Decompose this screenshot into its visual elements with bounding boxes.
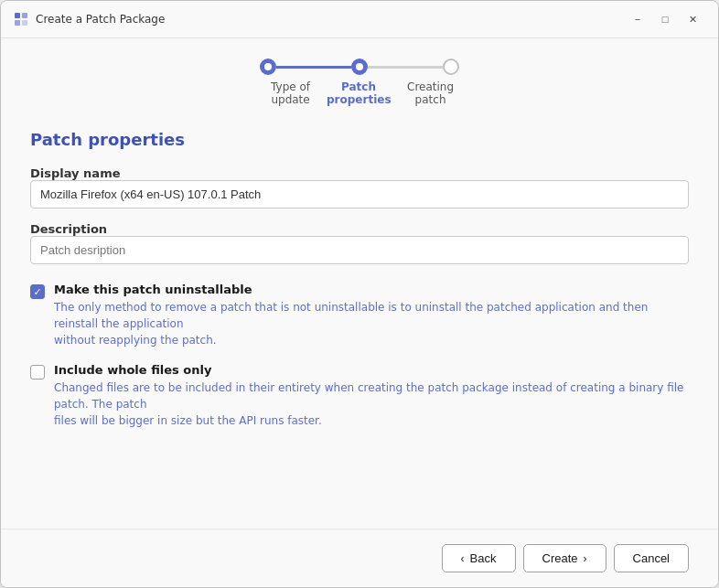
checkbox-include-whole-files: Include whole files only Changed files a…: [30, 363, 689, 429]
svg-rect-0: [15, 13, 20, 18]
checkboxes-group: Make this patch uninstallable The only m…: [30, 283, 689, 429]
footer: ‹ Back Create › Cancel: [1, 529, 718, 587]
step1-circle: [260, 59, 276, 75]
step3-label: Creating patch: [407, 80, 454, 106]
connector-1: [276, 66, 351, 69]
stepper: Type of update Patchproperties Creating …: [1, 38, 718, 121]
step-patch-properties: [351, 59, 368, 75]
create-icon: ›: [584, 552, 587, 565]
step2-label: Patchproperties: [327, 80, 391, 106]
stepper-track: [260, 59, 459, 75]
create-button[interactable]: Create ›: [523, 544, 606, 572]
svg-rect-1: [22, 13, 27, 18]
checkbox2-desc: Changed files are to be included in thei…: [54, 380, 689, 429]
step-creating-patch: [443, 59, 459, 75]
description-label: Description: [30, 222, 107, 236]
main-window: Create a Patch Package − □ ✕: [0, 0, 719, 588]
stepper-labels: Type of update Patchproperties Creating …: [264, 80, 456, 106]
checkbox1-box[interactable]: [30, 284, 45, 299]
form-area: Patch properties Display name Descriptio…: [1, 121, 718, 529]
cancel-label: Cancel: [633, 551, 670, 565]
checkbox1-text: Make this patch uninstallable The only m…: [54, 283, 689, 348]
svg-rect-3: [22, 20, 27, 26]
dialog-content: Type of update Patchproperties Creating …: [1, 38, 718, 587]
checkbox2-box[interactable]: [30, 365, 45, 380]
window-controls: − □ ✕: [625, 10, 705, 28]
window-title: Create a Patch Package: [36, 13, 625, 26]
checkbox2-label: Include whole files only: [54, 363, 689, 377]
step1-label: Type of update: [271, 80, 310, 106]
step3-circle: [443, 59, 459, 75]
description-input[interactable]: [30, 236, 689, 264]
back-label: Back: [470, 551, 497, 565]
step-type-of-update: [260, 59, 276, 75]
checkbox2-text: Include whole files only Changed files a…: [54, 363, 689, 429]
checkbox1-desc: The only method to remove a patch that i…: [54, 299, 689, 348]
step2-circle: [351, 59, 368, 75]
svg-rect-2: [15, 20, 20, 26]
close-button[interactable]: ✕: [680, 10, 705, 28]
section-title: Patch properties: [30, 130, 689, 149]
create-label: Create: [542, 551, 578, 565]
display-name-input[interactable]: [30, 180, 689, 208]
checkbox1-label: Make this patch uninstallable: [54, 283, 689, 296]
labels-container: Type of update Patchproperties Creating …: [279, 80, 455, 106]
title-bar: Create a Patch Package − □ ✕: [1, 1, 718, 38]
app-icon: [14, 12, 28, 27]
cancel-button[interactable]: Cancel: [614, 544, 689, 572]
maximize-button[interactable]: □: [652, 10, 678, 28]
checkbox-make-uninstallable: Make this patch uninstallable The only m…: [30, 283, 689, 348]
label-row: Type of update Patchproperties Creating …: [271, 80, 454, 106]
back-icon: ‹: [461, 552, 465, 565]
minimize-button[interactable]: −: [625, 10, 650, 28]
back-button[interactable]: ‹ Back: [442, 544, 516, 572]
display-name-label: Display name: [30, 166, 121, 180]
connector-2: [368, 66, 443, 69]
